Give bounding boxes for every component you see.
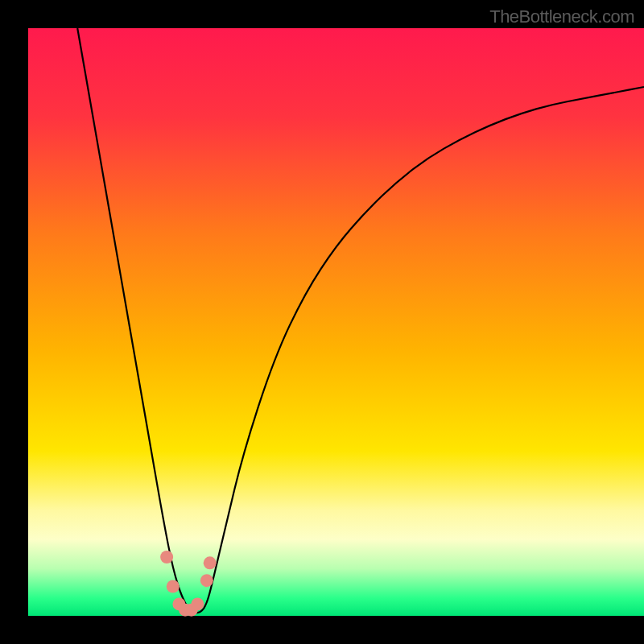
watermark-text: TheBottleneck.com <box>489 6 634 27</box>
chart-gradient-bg <box>28 28 644 616</box>
marker-dot <box>167 580 180 593</box>
bottleneck-chart <box>0 0 644 644</box>
chart-svg <box>0 0 644 644</box>
marker-dot <box>200 574 213 587</box>
marker-dot <box>204 556 217 569</box>
marker-dot <box>191 597 204 610</box>
marker-dot <box>160 551 173 564</box>
